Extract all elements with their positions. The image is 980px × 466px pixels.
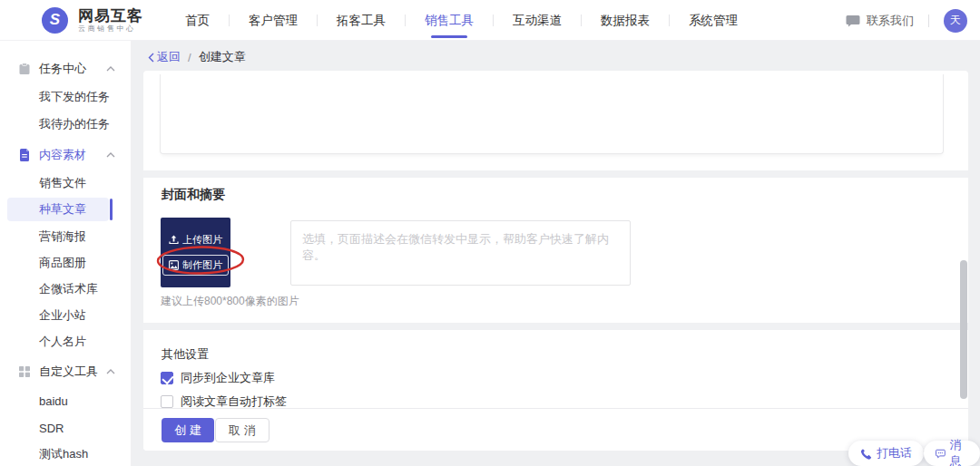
nav-customer-management[interactable]: 客户管理 <box>230 0 317 41</box>
nav-sales-tools-active[interactable]: 销售工具 <box>406 0 493 41</box>
main-nav: 首页 客户管理 拓客工具 销售工具 互动渠道 数据报表 系统管理 <box>166 0 757 41</box>
article-editor-area[interactable] <box>160 74 944 154</box>
sidebar-item-company-site[interactable]: 企业小站 <box>0 302 132 329</box>
message-button[interactable]: 消息 <box>924 441 980 466</box>
sidebar-item-marketing-posters[interactable]: 营销海报 <box>0 223 132 250</box>
sidebar-group-content-materials[interactable]: 内容素材 <box>0 141 132 169</box>
checkbox-sync-to-library[interactable]: 同步到企业文章库 <box>161 370 275 386</box>
nav-home[interactable]: 首页 <box>166 0 229 41</box>
contact-us-label: 联系我们 <box>867 13 914 29</box>
chevron-left-icon <box>148 53 154 63</box>
create-article-panel: 封面和摘要 上传图片 制作图片 建议上传800*800像素的图片 其他设置 同步… <box>143 71 968 451</box>
document-icon <box>18 149 31 161</box>
selected-item-indicator <box>110 199 113 220</box>
sidebar-item-seeding-articles-selected[interactable]: 种草文章 <box>0 196 132 223</box>
sidebar: 任务中心 我下发的任务 我待办的任务 内容素材 销售文件 种草文章 营销海报 商… <box>0 41 132 466</box>
sidebar-group-task-center[interactable]: 任务中心 <box>0 55 132 83</box>
sidebar-item-my-assigned-tasks[interactable]: 我下发的任务 <box>0 83 132 111</box>
cover-upload-box: 上传图片 制作图片 <box>161 218 230 287</box>
nav-data-reports[interactable]: 数据报表 <box>582 0 669 41</box>
sidebar-group-custom-tools[interactable]: 自定义工具 <box>0 358 132 385</box>
sidebar-item-label: 种草文章 <box>39 201 86 218</box>
nav-prospecting-tools[interactable]: 拓客工具 <box>318 0 405 41</box>
cancel-button[interactable]: 取消 <box>215 418 270 442</box>
breadcrumb-current: 创建文章 <box>199 49 246 65</box>
header-divider <box>928 15 929 27</box>
main-content-area: 返回 / 创建文章 封面和摘要 上传图片 制作图片 建议上传800*800像素的… <box>132 41 980 466</box>
sidebar-item-product-catalog[interactable]: 商品图册 <box>0 249 132 277</box>
checkbox-icon <box>161 372 173 384</box>
sidebar-group-label: 内容素材 <box>39 147 86 163</box>
sidebar-item-sdr[interactable]: SDR <box>0 414 132 442</box>
other-settings-title: 其他设置 <box>162 346 209 363</box>
image-icon <box>169 260 179 270</box>
sidebar-item-test-hash[interactable]: 测试hash <box>0 441 132 466</box>
sidebar-item-my-pending-tasks[interactable]: 我待办的任务 <box>0 111 132 138</box>
summary-input[interactable] <box>290 220 631 286</box>
contact-us-button[interactable]: 联系我们 <box>846 13 914 29</box>
message-icon <box>936 448 946 460</box>
app-title: 网易互客 <box>78 7 143 24</box>
top-header: S 网易互客 云商销售中心 首页 客户管理 拓客工具 销售工具 互动渠道 数据报… <box>0 0 980 41</box>
scrollbar-thumb[interactable] <box>960 260 967 399</box>
phone-icon <box>860 448 872 460</box>
app-logo[interactable]: S 网易互客 云商销售中心 <box>42 7 143 34</box>
panel-footer: 创建 取消 <box>143 408 968 451</box>
create-button[interactable]: 创建 <box>162 418 214 442</box>
logo-icon: S <box>42 7 68 34</box>
user-avatar[interactable]: 天 <box>944 9 967 33</box>
sidebar-group-label: 自定义工具 <box>39 364 98 380</box>
sidebar-group-label: 任务中心 <box>39 61 86 77</box>
chat-bubble-icon <box>846 15 860 27</box>
chevron-up-icon <box>106 66 115 72</box>
breadcrumb-separator: / <box>188 51 191 64</box>
section-divider <box>143 323 968 330</box>
section-divider <box>143 170 968 178</box>
upload-icon <box>169 235 179 245</box>
upload-image-button[interactable]: 上传图片 <box>163 230 228 249</box>
call-button[interactable]: 打电话 <box>848 441 924 466</box>
clipboard-icon <box>18 63 31 75</box>
chevron-up-icon <box>106 152 115 158</box>
checkbox-icon <box>161 395 173 408</box>
breadcrumb: 返回 / 创建文章 <box>148 49 246 65</box>
sidebar-item-personal-card[interactable]: 个人名片 <box>0 328 132 355</box>
sidebar-item-wecom-scripts[interactable]: 企微话术库 <box>0 276 132 303</box>
app-subtitle: 云商销售中心 <box>78 24 143 34</box>
make-image-button[interactable]: 制作图片 <box>162 255 229 276</box>
nav-interaction-channels[interactable]: 互动渠道 <box>494 0 581 41</box>
sidebar-item-baidu[interactable]: baidu <box>0 387 132 414</box>
sidebar-item-sales-files[interactable]: 销售文件 <box>0 170 132 197</box>
upload-hint-text: 建议上传800*800像素的图片 <box>161 294 299 309</box>
nav-system-management[interactable]: 系统管理 <box>670 0 757 41</box>
cover-section-title: 封面和摘要 <box>162 187 225 203</box>
checkbox-label: 同步到企业文章库 <box>181 370 275 386</box>
grid-icon <box>18 365 31 378</box>
chevron-up-icon <box>106 369 115 374</box>
back-link[interactable]: 返回 <box>148 49 181 65</box>
